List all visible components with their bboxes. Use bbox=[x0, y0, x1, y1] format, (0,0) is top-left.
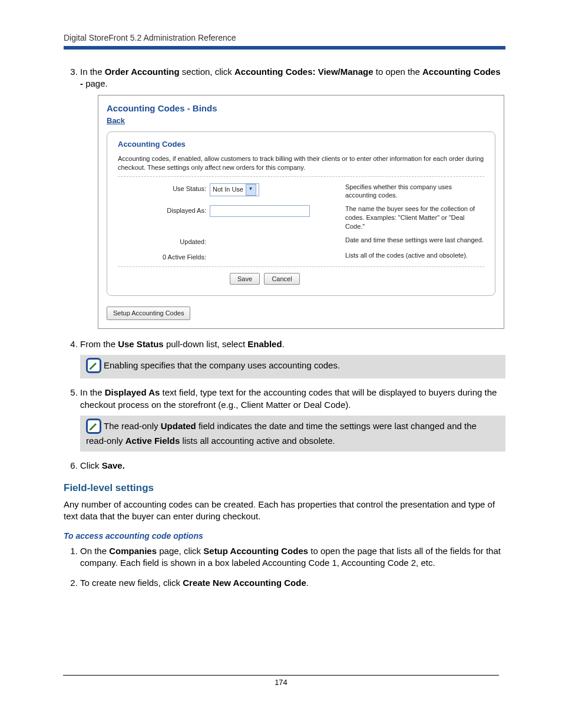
text: The read-only bbox=[104, 421, 161, 431]
pencil-note-icon bbox=[86, 419, 101, 434]
step-4: From the Use Status pull-down list, sele… bbox=[80, 338, 505, 378]
divider bbox=[118, 176, 484, 177]
text-bold: Use Status bbox=[118, 339, 164, 349]
text-bold: Companies bbox=[109, 546, 157, 556]
text: . bbox=[306, 578, 309, 588]
step-5: In the Displayed As text field, type tex… bbox=[80, 387, 505, 452]
label-displayed-as: Displayed As: bbox=[118, 205, 210, 215]
text: section, click bbox=[180, 67, 234, 77]
note-text: Enabling specifies that the company uses… bbox=[104, 360, 340, 370]
row-updated: Updated: Date and time these settings we… bbox=[118, 236, 484, 246]
text-bold: Active Fields bbox=[125, 436, 180, 446]
use-status-value: Not In Use bbox=[213, 185, 243, 194]
setup-accounting-codes-button[interactable]: Setup Accounting Codes bbox=[107, 307, 190, 320]
label-use-status: Use Status: bbox=[118, 183, 210, 193]
text: lists all accounting active and obsolete… bbox=[180, 436, 335, 446]
desc-updated: Date and time these settings were last c… bbox=[328, 236, 484, 245]
step-3: In the Order Accounting section, click A… bbox=[80, 66, 505, 329]
text-bold: Setup Accounting Codes bbox=[203, 546, 310, 556]
desc-displayed-as: The name the buyer sees for the collecti… bbox=[328, 205, 484, 231]
cancel-button[interactable]: Cancel bbox=[264, 273, 299, 285]
text-bold: Create New Accounting Code bbox=[183, 578, 306, 588]
section-heading-field-level: Field-level settings bbox=[64, 482, 505, 494]
back-link[interactable]: Back bbox=[107, 116, 125, 126]
step-6: Click Save. bbox=[80, 460, 505, 472]
sf-page-title: Accounting Codes - Binds bbox=[107, 103, 495, 114]
access-step-1: On the Companies page, click Setup Accou… bbox=[80, 545, 505, 569]
label-active-fields: 0 Active Fields: bbox=[118, 251, 210, 262]
doc-header-title: Digital StoreFront 5.2 Administration Re… bbox=[64, 33, 505, 42]
text: page, click bbox=[157, 546, 203, 556]
divider bbox=[118, 266, 484, 267]
page-footer: 174 bbox=[0, 675, 562, 687]
note-box: Enabling specifies that the company uses… bbox=[80, 355, 505, 378]
note-box: The read-only Updated field indicates th… bbox=[80, 416, 505, 452]
desc-use-status: Specifies whether this company uses acco… bbox=[328, 183, 484, 200]
row-use-status: Use Status: Not In Use ▾ Specifies wheth… bbox=[118, 183, 484, 200]
embedded-screenshot: Accounting Codes - Binds Back Accounting… bbox=[98, 95, 504, 330]
svg-marker-1 bbox=[90, 423, 97, 430]
text: On the bbox=[80, 546, 109, 556]
access-step-2: To create new fields, click Create New A… bbox=[80, 577, 505, 589]
text: From the bbox=[80, 339, 118, 349]
row-active-fields: 0 Active Fields: Lists all of the codes … bbox=[118, 251, 484, 262]
text: In the bbox=[80, 387, 105, 397]
displayed-as-input[interactable] bbox=[210, 205, 310, 217]
accounting-codes-panel: Accounting Codes Accounting codes, if en… bbox=[107, 131, 495, 296]
body-paragraph: Any number of accounting codes can be cr… bbox=[64, 499, 505, 523]
footer-rule bbox=[63, 675, 499, 676]
chevron-down-icon: ▾ bbox=[246, 184, 256, 196]
save-button[interactable]: Save bbox=[230, 273, 260, 285]
text-bold: Enabled bbox=[247, 339, 282, 349]
panel-intro-text: Accounting codes, if enabled, allow cust… bbox=[118, 154, 484, 173]
text-bold: Accounting Codes: View/Manage bbox=[234, 67, 373, 77]
text-bold: Updated bbox=[161, 421, 196, 431]
text: to open the bbox=[373, 67, 422, 77]
header-rule bbox=[64, 46, 505, 50]
text-bold: Displayed As bbox=[105, 387, 163, 397]
pencil-note-icon bbox=[86, 358, 101, 373]
label-updated: Updated: bbox=[118, 236, 210, 246]
panel-heading: Accounting Codes bbox=[118, 139, 484, 150]
text-bold: Order Accounting bbox=[105, 67, 180, 77]
text: page. bbox=[85, 78, 108, 88]
svg-marker-0 bbox=[90, 363, 97, 370]
text: To create new fields, click bbox=[80, 578, 183, 588]
text-bold: Save. bbox=[102, 460, 125, 470]
subheading-access-options: To access accounting code options bbox=[64, 531, 505, 541]
use-status-select[interactable]: Not In Use ▾ bbox=[210, 183, 259, 196]
row-displayed-as: Displayed As: The name the buyer sees fo… bbox=[118, 205, 484, 231]
text: Click bbox=[80, 460, 102, 470]
text: . bbox=[282, 339, 285, 349]
text: pull-down list, select bbox=[164, 339, 248, 349]
desc-active-fields: Lists all of the codes (active and obsol… bbox=[328, 251, 484, 260]
page-number: 174 bbox=[275, 678, 287, 687]
text: In the bbox=[80, 67, 105, 77]
